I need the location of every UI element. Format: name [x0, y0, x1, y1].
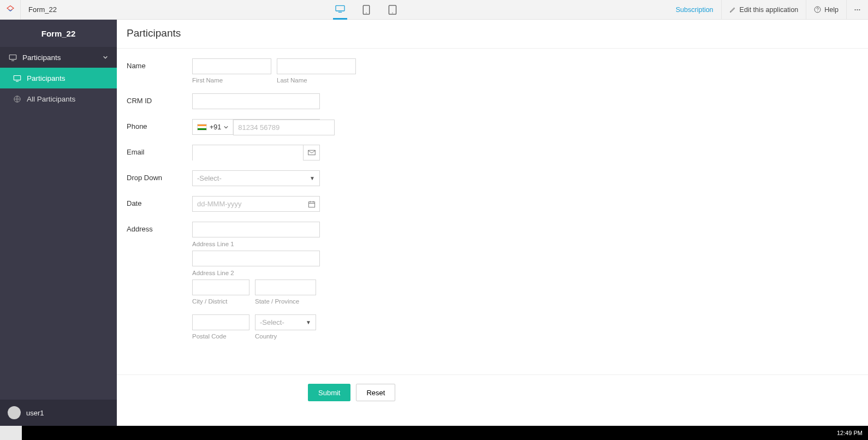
- sublabel-addr1: Address Line 1: [192, 241, 320, 247]
- edit-application-label: Edit this application: [740, 6, 799, 14]
- form: Name First Name Last Name CRM: [117, 49, 868, 374]
- svg-rect-10: [9, 55, 16, 59]
- label-date: Date: [127, 196, 192, 207]
- sidebar-title: Form_22: [0, 20, 117, 47]
- help-icon: [814, 6, 821, 13]
- envelope-icon: [308, 150, 316, 156]
- email-suffix-button[interactable]: [303, 145, 319, 160]
- city-input[interactable]: [192, 280, 249, 295]
- svg-rect-0: [336, 5, 344, 11]
- sublabel-country: Country: [255, 333, 316, 340]
- address-line2-input[interactable]: [192, 251, 320, 266]
- label-crm-id: CRM ID: [127, 93, 192, 105]
- svg-point-4: [392, 13, 393, 13]
- calendar-icon: [308, 200, 316, 208]
- svg-point-6: [817, 11, 818, 11]
- mobile-view-icon[interactable]: [385, 0, 400, 20]
- avatar: [8, 406, 21, 419]
- sidebar-item-participants[interactable]: Participants: [0, 68, 117, 88]
- sublabel-last-name: Last Name: [277, 77, 307, 84]
- label-email: Email: [127, 145, 192, 156]
- sublabel-addr2: Address Line 2: [192, 270, 320, 276]
- subscription-link[interactable]: Subscription: [668, 0, 721, 19]
- caret-down-icon: [224, 126, 228, 129]
- svg-point-7: [854, 9, 855, 10]
- sublabel-postal: Postal Code: [192, 333, 249, 340]
- reset-button[interactable]: Reset: [356, 384, 395, 401]
- svg-point-9: [859, 9, 860, 10]
- postal-input[interactable]: [192, 314, 249, 330]
- date-picker-button[interactable]: [304, 200, 319, 208]
- app-logo[interactable]: [0, 0, 21, 19]
- flag-india-icon: [197, 124, 207, 130]
- monitor-icon: [13, 75, 21, 82]
- caret-down-icon: ▼: [310, 175, 315, 181]
- dropdown-select[interactable]: -Select- ▼: [192, 170, 320, 186]
- last-name-input[interactable]: [277, 58, 356, 74]
- address-line1-input[interactable]: [192, 222, 320, 237]
- desktop-view-icon[interactable]: [333, 0, 347, 20]
- sidebar-section-label: Participants: [22, 53, 61, 62]
- page-title: Participants: [117, 20, 868, 49]
- label-name: Name: [127, 58, 192, 70]
- label-phone: Phone: [127, 119, 192, 130]
- content-area: Participants Name First Name Last Name: [117, 20, 868, 426]
- sublabel-city: City / District: [192, 298, 249, 305]
- sidebar: Form_22 Participants Participants All Pa…: [0, 20, 117, 426]
- top-bar: Form_22 Subscription Edit this applicati…: [0, 0, 868, 20]
- chevron-down-icon: [103, 55, 108, 60]
- label-dropdown: Drop Down: [127, 170, 192, 182]
- label-address: Address: [127, 222, 192, 233]
- os-taskbar: 12:49 PM: [0, 426, 868, 440]
- sublabel-state: State / Province: [255, 298, 316, 305]
- edit-application-button[interactable]: Edit this application: [721, 0, 806, 19]
- caret-down-icon: ▼: [306, 319, 311, 325]
- help-button[interactable]: Help: [806, 0, 846, 19]
- crm-id-input[interactable]: [192, 93, 320, 109]
- phone-country-selector[interactable]: +91: [193, 120, 233, 134]
- phone-input-group: +91: [192, 119, 320, 135]
- sidebar-item-all-participants[interactable]: All Participants: [0, 88, 117, 109]
- phone-input[interactable]: [233, 120, 335, 135]
- phone-cc-label: +91: [210, 123, 221, 131]
- monitor-icon: [9, 54, 17, 61]
- date-input[interactable]: [193, 197, 304, 211]
- svg-rect-14: [308, 201, 314, 207]
- pencil-icon: [729, 6, 736, 13]
- svg-rect-13: [308, 150, 315, 154]
- submit-button[interactable]: Submit: [308, 384, 350, 401]
- svg-point-2: [366, 13, 366, 13]
- email-input[interactable]: [193, 145, 303, 161]
- select-placeholder-label: -Select-: [260, 318, 284, 326]
- select-placeholder-label: -Select-: [197, 174, 222, 182]
- svg-rect-11: [14, 75, 21, 80]
- globe-icon: [13, 95, 21, 103]
- sublabel-first-name: First Name: [192, 77, 271, 84]
- sidebar-item-label: All Participants: [27, 95, 75, 103]
- country-select[interactable]: -Select- ▼: [255, 314, 316, 330]
- help-label: Help: [824, 6, 839, 14]
- sidebar-item-label: Participants: [27, 74, 66, 82]
- sidebar-section-participants[interactable]: Participants: [0, 47, 117, 68]
- state-input[interactable]: [255, 280, 316, 295]
- sidebar-user[interactable]: user1: [0, 400, 117, 426]
- tablet-view-icon[interactable]: [359, 0, 373, 20]
- taskbar-clock: 12:49 PM: [837, 426, 863, 440]
- more-menu-button[interactable]: [846, 0, 868, 19]
- more-icon: [854, 9, 860, 11]
- form-footer: Submit Reset: [117, 374, 868, 418]
- svg-point-8: [857, 9, 858, 10]
- first-name-input[interactable]: [192, 58, 271, 74]
- header-app-title: Form_22: [21, 0, 64, 19]
- sidebar-user-label: user1: [26, 409, 44, 417]
- taskbar-start[interactable]: [0, 426, 22, 440]
